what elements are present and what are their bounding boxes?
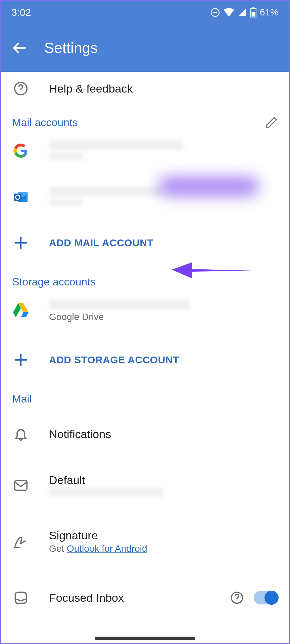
mail-icon	[13, 479, 28, 492]
signature-sub: Get Outlook for Android	[49, 543, 147, 554]
default-row[interactable]: Default	[1, 464, 289, 507]
svg-point-19	[237, 600, 237, 601]
svg-rect-16	[15, 480, 27, 490]
drive-icon	[13, 303, 29, 317]
mail-accounts-label: Mail accounts	[12, 116, 78, 129]
mail-account-outlook[interactable]	[1, 178, 289, 215]
google-icon	[13, 144, 28, 158]
battery-percent: 61%	[260, 7, 279, 18]
add-mail-label: ADD MAIL ACCOUNT	[49, 237, 153, 249]
signal-icon	[238, 8, 247, 17]
add-storage-account-button[interactable]: ADD STORAGE ACCOUNT	[1, 340, 289, 379]
focused-inbox-row[interactable]: Focused Inbox	[1, 580, 289, 615]
wifi-icon	[224, 8, 234, 17]
mail-account-google[interactable]	[1, 132, 289, 168]
notifications-row[interactable]: Notifications	[1, 417, 289, 451]
status-icons: 61%	[210, 7, 279, 18]
outlook-account-text	[49, 186, 163, 207]
storage-account-drive[interactable]: Google Drive	[1, 291, 289, 330]
add-storage-label: ADD STORAGE ACCOUNT	[49, 354, 179, 366]
focused-inbox-toggle[interactable]	[254, 591, 278, 604]
storage-accounts-header: Storage accounts	[1, 262, 289, 291]
signature-label: Signature	[49, 529, 147, 542]
svg-rect-3	[252, 7, 254, 9]
focused-label: Focused Inbox	[49, 591, 124, 604]
signature-icon	[13, 535, 29, 549]
battery-icon	[250, 7, 256, 17]
edit-icon[interactable]	[265, 116, 278, 129]
plus-icon	[13, 235, 28, 250]
drive-sublabel: Google Drive	[49, 312, 190, 322]
status-time: 3:02	[11, 7, 31, 18]
svg-point-7	[20, 92, 21, 92]
google-account-text	[49, 140, 183, 160]
back-icon[interactable]	[12, 41, 27, 55]
notifications-label: Notifications	[49, 428, 111, 441]
help-feedback-row[interactable]: Help & feedback	[1, 72, 289, 105]
mail-accounts-header: Mail accounts	[1, 105, 289, 132]
storage-accounts-label: Storage accounts	[12, 276, 96, 288]
outlook-icon	[13, 190, 28, 205]
outlook-android-link[interactable]: Outlook for Android	[67, 543, 147, 554]
home-indicator[interactable]	[95, 637, 195, 640]
add-mail-account-button[interactable]: ADD MAIL ACCOUNT	[1, 223, 289, 262]
plus-icon	[13, 353, 28, 367]
dnd-icon	[210, 7, 220, 17]
inbox-icon	[13, 590, 28, 605]
svg-rect-4	[251, 12, 255, 17]
help-icon	[13, 81, 28, 96]
bell-icon	[13, 427, 28, 441]
signature-row[interactable]: Signature Get Outlook for Android	[1, 519, 289, 564]
app-bar: Settings	[1, 24, 289, 72]
default-label: Default	[49, 474, 163, 487]
svg-rect-17	[15, 592, 27, 603]
mail-section-header: Mail	[1, 379, 289, 409]
page-title: Settings	[44, 40, 98, 56]
status-bar: 3:02 61%	[1, 1, 289, 24]
mail-section-label: Mail	[12, 393, 32, 405]
help-label: Help & feedback	[49, 82, 133, 95]
help-icon[interactable]	[230, 591, 244, 604]
